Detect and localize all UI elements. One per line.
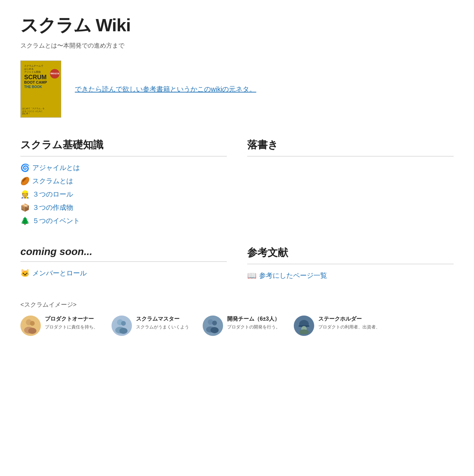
- sm-title: スクラムマスター: [136, 316, 189, 323]
- section-coming-soon: coming soon... 🐱 メンバーとロール: [20, 246, 227, 284]
- book-bottom-text: はじめて「スクラム」を まるごとにとった人に 読む本！: [22, 107, 60, 115]
- svg-point-7: [119, 328, 128, 334]
- dt-title: 開発チーム（6±3人）: [227, 316, 280, 323]
- coming-soon-title: coming soon...: [20, 246, 227, 257]
- sh-desc: プロダクトの利用者、出資者、: [318, 324, 380, 330]
- book-cover: スクラムチームで はじめる アジャイル開発 SCRUM BOOT CAMP TH…: [20, 61, 61, 118]
- sm-avatar: [112, 316, 132, 336]
- book-badge: 増補 改訂版: [50, 69, 60, 79]
- svg-point-9: [212, 321, 217, 325]
- roles-emoji: 👷: [20, 190, 30, 199]
- notes-title: 落書き: [247, 138, 454, 152]
- references-divider: [247, 264, 454, 264]
- events-emoji: 🌲: [20, 217, 30, 225]
- notes-divider: [247, 156, 454, 156]
- book-link-anchor[interactable]: できたら読んで欲しい参考書籍というかこのwikiの元ネタ。: [75, 85, 256, 93]
- agile-emoji: 🌀: [20, 164, 30, 172]
- list-item: 👷 ３つのロール: [20, 190, 227, 199]
- page-subtitle: スクラムとは〜本開発での進め方まで: [20, 41, 454, 50]
- roles-row: プロダクトオーナー プロダクトに責任を持ち、 スクラムマスター スクラムがうまく…: [20, 316, 454, 336]
- book-emoji: 📖: [247, 271, 256, 280]
- section-basics: スクラム基礎知識 🌀 アジャイルとは 🏉 スクラムとは 👷 ３つのロール 📦 ３…: [20, 138, 227, 230]
- dt-text: 開発チーム（6±3人） プロダクトの開発を行う。: [227, 316, 280, 330]
- scrum-image-section: <スクラムイメージ> プロダクトオーナー プロダクトに責任を持ち、: [20, 301, 454, 336]
- list-item: 🌀 アジャイルとは: [20, 163, 227, 172]
- events-link[interactable]: ５つのイベント: [32, 216, 80, 225]
- sm-text: スクラムマスター スクラムがうまくいくよう: [136, 316, 189, 330]
- references-list: 📖 参考にしたページ一覧: [247, 271, 454, 280]
- role-product-owner: プロダクトオーナー プロダクトに責任を持ち、: [20, 316, 98, 336]
- po-text: プロダクトオーナー プロダクトに責任を持ち、: [45, 316, 98, 330]
- scrum-link[interactable]: スクラムとは: [32, 176, 73, 186]
- book-scrum-title: SCRUM: [24, 74, 47, 80]
- dt-avatar: [203, 316, 223, 336]
- dt-desc: プロダクトの開発を行う。: [227, 324, 280, 330]
- book-cover-top: スクラムチームで はじめる アジャイル開発: [24, 64, 43, 73]
- book-link[interactable]: できたら読んで欲しい参考書籍というかこのwikiの元ネタ。: [75, 85, 256, 94]
- list-item: 🐱 メンバーとロール: [20, 269, 227, 278]
- role-stakeholder: ステークホルダー プロダクトの利用者、出資者、: [294, 316, 380, 336]
- artifacts-emoji: 📦: [20, 203, 30, 212]
- section-references: 参考文献 📖 参考にしたページ一覧: [247, 246, 454, 284]
- role-dev-team: 開発チーム（6±3人） プロダクトの開発を行う。: [203, 316, 280, 336]
- list-item: 📦 ３つの作成物: [20, 203, 227, 212]
- page-title: スクラム Wiki: [20, 14, 454, 37]
- svg-point-5: [121, 321, 126, 326]
- po-avatar: [20, 316, 41, 336]
- sh-text: ステークホルダー プロダクトの利用者、出資者、: [318, 316, 380, 330]
- member-link[interactable]: メンバーとロール: [32, 269, 87, 278]
- list-item: 📖 参考にしたページ一覧: [247, 271, 454, 280]
- coming-soon-list: 🐱 メンバーとロール: [20, 269, 227, 278]
- references-title: 参考文献: [247, 246, 454, 260]
- book-thebook: THE BOOK: [24, 85, 42, 89]
- book-section: スクラムチームで はじめる アジャイル開発 SCRUM BOOT CAMP TH…: [20, 61, 454, 118]
- agile-link[interactable]: アジャイルとは: [32, 163, 80, 172]
- list-item: 🏉 スクラムとは: [20, 176, 227, 186]
- list-item: 🌲 ５つのイベント: [20, 216, 227, 225]
- roles-link[interactable]: ３つのロール: [32, 190, 73, 199]
- po-title: プロダクトオーナー: [45, 316, 98, 323]
- coming-soon-divider: [20, 261, 227, 262]
- scrum-image-label: <スクラムイメージ>: [20, 301, 454, 309]
- basics-list: 🌀 アジャイルとは 🏉 スクラムとは 👷 ３つのロール 📦 ３つの作成物 🌲 ５…: [20, 163, 227, 225]
- basics-divider: [20, 156, 227, 156]
- member-emoji: 🐱: [20, 269, 30, 278]
- main-columns: スクラム基礎知識 🌀 アジャイルとは 🏉 スクラムとは 👷 ３つのロール 📦 ３…: [20, 138, 454, 230]
- svg-point-3: [28, 328, 36, 334]
- section-notes: 落書き: [247, 138, 454, 230]
- svg-point-11: [210, 327, 219, 333]
- book-bootcamp: BOOT CAMP: [24, 80, 47, 84]
- scrum-emoji: 🏉: [20, 177, 30, 186]
- sm-desc: スクラムがうまくいくよう: [136, 324, 189, 330]
- svg-point-16: [299, 329, 309, 334]
- svg-point-1: [30, 321, 35, 326]
- po-desc: プロダクトに責任を持ち、: [45, 324, 98, 330]
- secondary-columns: coming soon... 🐱 メンバーとロール 参考文献 📖 参考にしたペー…: [20, 246, 454, 284]
- basics-title: スクラム基礎知識: [20, 138, 227, 152]
- references-link[interactable]: 参考にしたページ一覧: [259, 271, 327, 280]
- role-scrum-master: スクラムマスター スクラムがうまくいくよう: [112, 316, 189, 336]
- artifacts-link[interactable]: ３つの作成物: [32, 203, 73, 212]
- sh-title: ステークホルダー: [318, 316, 380, 323]
- sh-avatar: [294, 316, 314, 336]
